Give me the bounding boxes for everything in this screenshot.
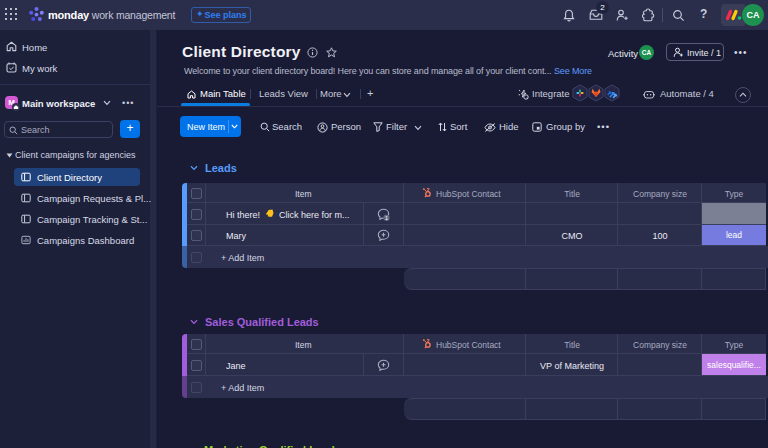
svg-text:1: 1 — [384, 214, 387, 220]
